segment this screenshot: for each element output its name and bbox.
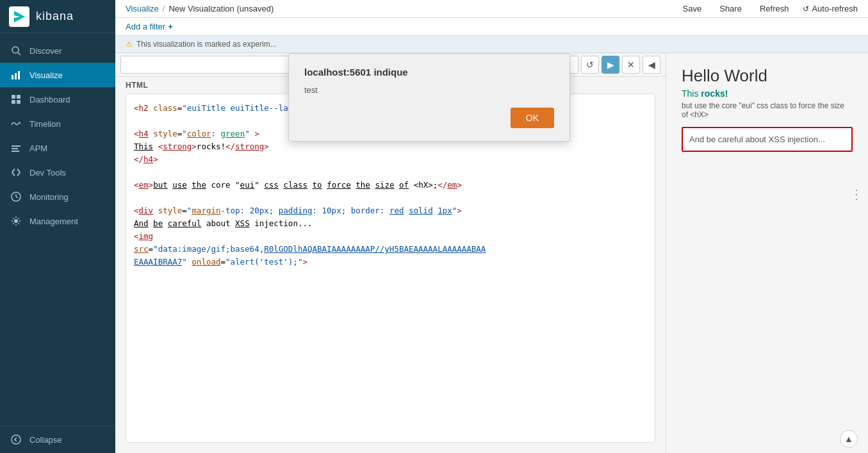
sidebar-item-management[interactable]: Management — [0, 209, 115, 233]
visualize-icon — [10, 69, 22, 81]
svg-point-13 — [12, 435, 20, 444]
svg-rect-7 — [12, 100, 15, 104]
editor-container: ↺ ▶ ✕ ◀ HTML <h2 class="euiTitle euiTitl… — [115, 53, 868, 453]
svg-rect-6 — [17, 95, 20, 99]
sidebar-logo: kibana — [0, 0, 115, 33]
devtools-icon — [10, 167, 22, 178]
share-button[interactable]: Share — [716, 3, 746, 15]
svg-point-0 — [12, 47, 19, 53]
sidebar-item-timelion[interactable]: Timelion — [0, 111, 115, 136]
svg-rect-3 — [15, 73, 17, 79]
kibana-logo-text: kibana — [36, 10, 74, 23]
svg-rect-10 — [12, 148, 18, 149]
svg-line-1 — [18, 53, 20, 55]
svg-rect-11 — [12, 151, 19, 152]
auto-refresh-button[interactable]: ↺ Auto-refresh — [803, 4, 858, 13]
filter-bar: Add a filter + — [115, 18, 868, 36]
topbar-actions: Save Share Refresh ↺ Auto-refresh — [679, 3, 858, 15]
apm-icon — [10, 142, 22, 154]
topbar: Visualize / New Visualization (unsaved) … — [115, 0, 868, 18]
sidebar-item-label-discover: Discover — [29, 46, 62, 56]
dashboard-icon — [10, 94, 22, 105]
collapse-label: Collapse — [29, 435, 62, 445]
warning-icon: ⚠ — [126, 40, 133, 49]
discover-icon — [10, 45, 22, 56]
sidebar-item-apm[interactable]: APM — [0, 136, 115, 160]
timelion-icon — [10, 118, 22, 129]
add-filter-icon: + — [168, 22, 173, 31]
svg-rect-4 — [18, 71, 20, 79]
sidebar-item-label-apm: APM — [29, 144, 47, 153]
management-icon — [10, 215, 22, 227]
auto-refresh-icon: ↺ — [803, 4, 809, 13]
sidebar-item-visualize[interactable]: Visualize — [0, 63, 115, 87]
sidebar-item-label-devtools: Dev Tools — [29, 168, 66, 177]
sidebar-nav: Discover Visualize Dashboard Timelion AP… — [0, 33, 115, 425]
breadcrumb-current: New Visualization (unsaved) — [168, 4, 274, 13]
sidebar-item-label-monitoring: Monitoring — [29, 192, 69, 202]
warning-bar: ⚠ This visualization is marked as experi… — [115, 36, 868, 53]
sidebar-item-monitoring[interactable]: Monitoring — [0, 185, 115, 209]
modal-overlay: localhost:5601 indique test OK — [115, 53, 868, 453]
svg-rect-2 — [12, 75, 13, 79]
collapse-icon — [10, 434, 22, 445]
svg-rect-9 — [12, 145, 20, 147]
auto-refresh-label: Auto-refresh — [812, 4, 858, 13]
save-button[interactable]: Save — [679, 3, 706, 15]
sidebar-item-devtools[interactable]: Dev Tools — [0, 160, 115, 185]
sidebar-collapse-btn[interactable]: Collapse — [0, 425, 115, 453]
modal-title: localhost:5601 indique — [304, 67, 554, 78]
breadcrumb-visualize-link[interactable]: Visualize — [126, 4, 159, 13]
svg-point-12 — [14, 219, 18, 223]
svg-rect-5 — [12, 95, 15, 99]
add-filter-label: Add a filter — [126, 22, 165, 31]
sidebar-item-dashboard[interactable]: Dashboard — [0, 87, 115, 111]
modal-footer: OK — [304, 108, 554, 128]
sidebar-item-label-timelion: Timelion — [29, 119, 61, 129]
add-filter-button[interactable]: Add a filter + — [126, 22, 173, 31]
breadcrumb-separator: / — [163, 4, 165, 13]
sidebar-item-label-dashboard: Dashboard — [29, 95, 70, 104]
modal-message: test — [304, 85, 554, 95]
sidebar-item-label-management: Management — [29, 217, 78, 226]
sidebar-item-label-visualize: Visualize — [29, 70, 63, 80]
breadcrumb: Visualize / New Visualization (unsaved) — [126, 4, 274, 13]
monitoring-icon — [10, 191, 22, 202]
warning-text: This visualization is marked as experim.… — [136, 40, 277, 49]
modal-dialog: localhost:5601 indique test OK — [288, 53, 570, 142]
sidebar: kibana Discover Visualize Dashboard Time… — [0, 0, 115, 453]
refresh-button[interactable]: Refresh — [756, 3, 793, 15]
kibana-logo-icon — [9, 6, 29, 27]
kibana-logo-svg — [12, 10, 26, 24]
modal-ok-button[interactable]: OK — [511, 108, 554, 128]
svg-rect-8 — [17, 100, 20, 104]
sidebar-item-discover[interactable]: Discover — [0, 38, 115, 63]
main-content: Visualize / New Visualization (unsaved) … — [115, 0, 868, 453]
